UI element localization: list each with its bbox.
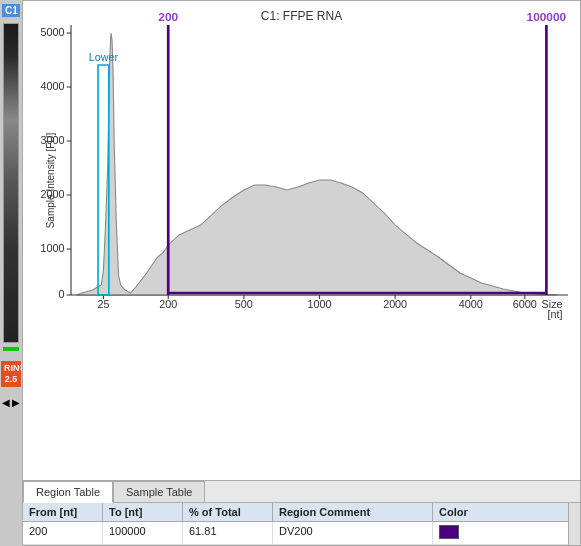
gel-image [3, 23, 19, 343]
svg-text:500: 500 [235, 299, 253, 310]
tab-region-table[interactable]: Region Table [23, 481, 113, 503]
svg-text:25: 25 [97, 299, 109, 310]
header-comment: Region Comment [273, 503, 433, 521]
chart-svg: 5000 4000 3000 2000 1000 [71, 25, 568, 335]
header-from: From [nt] [23, 503, 103, 521]
header-color: Color [433, 503, 493, 521]
svg-text:100000: 100000 [527, 11, 567, 23]
svg-text:Lower: Lower [89, 52, 119, 63]
table-with-scroll: From [nt] To [nt] % of Total Region Comm… [23, 503, 580, 545]
table-content: From [nt] To [nt] % of Total Region Comm… [23, 503, 568, 545]
cell-color [433, 522, 493, 544]
tab-sample-table[interactable]: Sample Table [113, 481, 205, 502]
cell-to: 100000 [103, 522, 183, 544]
svg-text:1000: 1000 [307, 299, 331, 310]
header-to: To [nt] [103, 503, 183, 521]
svg-text:Size: Size [542, 299, 563, 310]
cell-comment: DV200 [273, 522, 433, 544]
tab-row: Region Table Sample Table [23, 481, 580, 503]
svg-text:4000: 4000 [459, 299, 483, 310]
svg-text:2000: 2000 [41, 189, 65, 200]
tabs-area: Region Table Sample Table [23, 480, 580, 503]
table-row: 200 100000 61.81 DV200 [23, 522, 568, 545]
svg-text:5000: 5000 [41, 27, 65, 38]
table-header: From [nt] To [nt] % of Total Region Comm… [23, 503, 568, 522]
table-area: From [nt] To [nt] % of Total Region Comm… [23, 503, 580, 545]
color-swatch [439, 525, 459, 539]
chart-area: C1: FFPE RNA Sample Intensity [FU] [23, 1, 580, 480]
svg-text:4000: 4000 [41, 81, 65, 92]
cell-from: 200 [23, 522, 103, 544]
cell-percent: 61.81 [183, 522, 273, 544]
table-scrollbar[interactable] [568, 503, 580, 545]
y-axis-label: Sample Intensity [FU] [46, 132, 57, 228]
svg-text:[nt]: [nt] [548, 309, 563, 320]
svg-text:3000: 3000 [41, 135, 65, 146]
svg-text:6000: 6000 [513, 299, 537, 310]
svg-text:1000: 1000 [41, 243, 65, 254]
svg-text:200: 200 [159, 299, 177, 310]
svg-text:200: 200 [158, 11, 178, 23]
header-percent: % of Total [183, 503, 273, 521]
scroll-right-icon[interactable]: ▶ [12, 397, 20, 408]
svg-text:2000: 2000 [383, 299, 407, 310]
left-panel: C1 RIN®2.5 ◀ ▶ [0, 0, 22, 546]
c1-label: C1 [2, 4, 20, 17]
gel-green-band [3, 347, 19, 351]
chart-inner: Sample Intensity [FU] 5000 4000 [31, 25, 572, 365]
chart-title: C1: FFPE RNA [31, 9, 572, 23]
right-content: C1: FFPE RNA Sample Intensity [FU] [22, 0, 581, 546]
rin-badge: RIN®2.5 [1, 361, 21, 387]
scroll-left-icon[interactable]: ◀ [2, 397, 10, 408]
svg-text:0: 0 [59, 289, 65, 300]
